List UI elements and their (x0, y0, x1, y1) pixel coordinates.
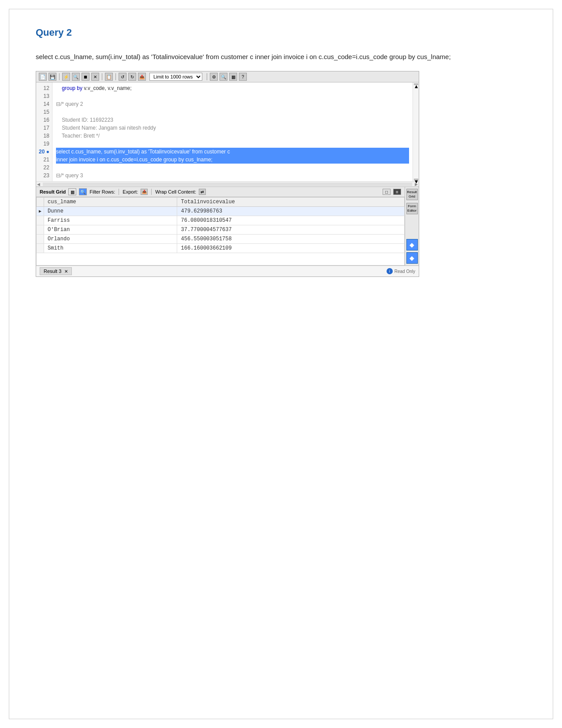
cell-cus-lname-2: Farriss (44, 216, 177, 225)
line-num-14: 14 (39, 100, 49, 108)
scroll-down-side-btn[interactable]: ◆ (406, 239, 418, 250)
line-num-12: 12 (39, 84, 49, 92)
code-line-17: Student Name: Jangam sai nitesh reddy (56, 124, 409, 132)
table-header-row: cus_lname Totalinvoicevalue (37, 198, 405, 207)
editor-area: 12 13 14 15 16 17 18 19 20 ● 21 22 23 gr… (36, 82, 419, 181)
table-row: Smith 166.160003662109 (37, 244, 405, 253)
separator-3 (115, 73, 116, 80)
sql-description: select c.cus_lname, sum(i.inv_total) as … (36, 52, 526, 62)
line-num-16: 16 (39, 116, 49, 124)
cell-total-1: 479.629986763 (177, 207, 405, 216)
table-row: Orlando 456.550003051758 (37, 235, 405, 244)
columns-icon[interactable]: ▦ (229, 73, 237, 81)
result-toolbar: Result Grid ▦ 🔍 Filter Rows: Export: 📤 W… (36, 187, 405, 197)
read-only-icon: i (387, 268, 393, 274)
result-collapse-btn[interactable]: □ (383, 189, 391, 195)
settings-icon[interactable]: ⚙ (210, 73, 218, 81)
clear-icon[interactable]: ✕ (91, 73, 99, 81)
code-line-13 (56, 92, 409, 100)
line-num-23: 23 (39, 172, 49, 179)
snippet-icon[interactable]: 📋 (105, 73, 113, 81)
page-wrapper: Query 2 select c.cus_lname, sum(i.inv_to… (9, 9, 553, 719)
line-num-15: 15 (39, 108, 49, 116)
result-grid-tab[interactable]: Result Grid (40, 189, 66, 194)
query-title: Query 2 (36, 27, 526, 38)
limit-dropdown[interactable]: Limit to 1000 rows (149, 73, 202, 81)
line-num-17: 17 (39, 124, 49, 132)
code-content[interactable]: group by v.v_code, v.v_name; ⊟/* query 2… (52, 82, 413, 181)
execute-icon[interactable]: ⚡ (62, 73, 70, 81)
result-grid-btn[interactable]: ResultGrid (406, 189, 418, 200)
table-row: Farriss 76.0800018310547 (37, 216, 405, 225)
result-tab-close[interactable]: ✕ (64, 269, 68, 274)
export-icon[interactable]: 📤 (138, 73, 146, 81)
explain-icon[interactable]: 🔍 (72, 73, 80, 81)
workbench-container: 📄 💾 ⚡ 🔍 ⏹ ✕ 📋 ↺ ↻ 📤 Limit to 1000 rows ⚙… (36, 71, 419, 277)
code-line-22 (56, 164, 409, 172)
result-panel-inner: Result Grid ▦ 🔍 Filter Rows: Export: 📤 W… (36, 187, 419, 265)
h-scroll-right[interactable]: ▶ (414, 182, 419, 187)
cell-total-5: 166.160003662109 (177, 244, 405, 253)
refresh-icon[interactable]: ↺ (119, 73, 127, 81)
code-line-19 (56, 140, 409, 148)
stop-icon[interactable]: ⏹ (82, 73, 89, 81)
th-totalinvoicevalue: Totalinvoicevalue (177, 198, 405, 207)
line-num-21: 21 (39, 156, 49, 164)
editor-toolbar: 📄 💾 ⚡ 🔍 ⏹ ✕ 📋 ↺ ↻ 📤 Limit to 1000 rows ⚙… (36, 71, 419, 82)
empty-row (37, 253, 405, 265)
scroll-down-arrow[interactable]: ▼ (414, 179, 418, 180)
th-cus-lname: cus_lname (44, 198, 177, 207)
filter-icon[interactable]: 🔍 (79, 188, 87, 195)
th-indicator (37, 198, 44, 207)
cell-total-2: 76.0800018310547 (177, 216, 405, 225)
horizontal-scrollbar[interactable]: ◀ ▶ (36, 181, 419, 187)
cell-cus-lname-3: O'Brian (44, 225, 177, 235)
search-icon[interactable]: 🔍 (220, 73, 227, 81)
row-indicator-1: ▶ (37, 207, 44, 216)
result-tab-label: Result 3 (44, 269, 61, 274)
code-line-16: Student ID: 11692223 (56, 116, 409, 124)
code-line-15 (56, 108, 409, 116)
table-row: ▶ Dunne 479.629986763 (37, 207, 405, 216)
result-grid-icon[interactable]: ▦ (68, 188, 76, 195)
result-tab-item[interactable]: Result 3 ✕ (40, 267, 72, 275)
wrap-label: Wrap Cell Content: (155, 189, 196, 194)
wrap-btn[interactable]: ⇄ (199, 189, 206, 195)
vertical-scrollbar[interactable]: ▲ ▼ (413, 82, 419, 181)
line-num-20: 20 ● (39, 148, 49, 156)
code-editor: 12 13 14 15 16 17 18 19 20 ● 21 22 23 gr… (36, 82, 413, 181)
result-sep-1 (119, 189, 119, 195)
save-icon[interactable]: 💾 (48, 73, 56, 81)
filter-rows-label: Filter Rows: (89, 189, 115, 194)
scroll-up-arrow[interactable]: ▲ (414, 83, 418, 85)
row-indicator-5 (37, 244, 44, 253)
scroll-up-side-btn[interactable]: ◆ (406, 252, 418, 264)
result-sep-2 (151, 189, 152, 195)
result-panel: Result Grid ▦ 🔍 Filter Rows: Export: 📤 W… (36, 187, 419, 265)
read-only-badge: Read Only (395, 269, 415, 274)
separator-1 (59, 73, 60, 80)
result-content: Result Grid ▦ 🔍 Filter Rows: Export: 📤 W… (36, 187, 405, 265)
side-panel: ResultGrid FormEditor ◆ ◆ (405, 187, 419, 265)
export-label: Export: (123, 189, 138, 194)
code-line-21: inner join invoice i on c.cus_code=i.cus… (56, 156, 409, 164)
code-line-20: select c.cus_lname, sum(i.inv_total) as … (56, 148, 409, 156)
code-line-23: ⊟/* query 3 (56, 172, 409, 179)
result-expand-btn[interactable]: ≡ (393, 189, 401, 195)
line-numbers: 12 13 14 15 16 17 18 19 20 ● 21 22 23 (36, 82, 52, 181)
h-scroll-track (43, 183, 412, 186)
export-btn[interactable]: 📤 (141, 189, 148, 195)
read-only-section: i Read Only (387, 268, 415, 274)
row-indicator-2 (37, 216, 44, 225)
cell-total-4: 456.550003051758 (177, 235, 405, 244)
h-scroll-left[interactable]: ◀ (36, 182, 41, 187)
table-row: O'Brian 37.7700004577637 (37, 225, 405, 235)
row-indicator-3 (37, 225, 44, 235)
result-grid-table: cus_lname Totalinvoicevalue ▶ Dunne 479.… (36, 197, 405, 265)
cell-cus-lname-4: Orlando (44, 235, 177, 244)
refresh2-icon[interactable]: ↻ (128, 73, 136, 81)
new-file-icon[interactable]: 📄 (39, 73, 47, 81)
form-editor-btn[interactable]: FormEditor (406, 203, 418, 214)
help-icon[interactable]: ? (239, 73, 247, 81)
result-footer: Result 3 ✕ i Read Only (36, 265, 419, 276)
